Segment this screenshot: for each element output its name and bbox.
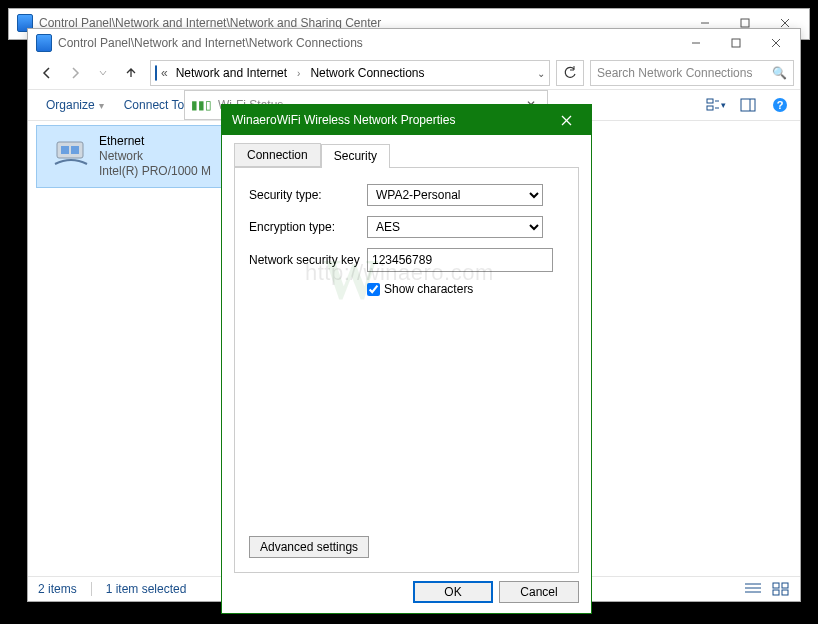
back-button[interactable]	[34, 60, 60, 86]
cancel-button[interactable]: Cancel	[499, 581, 579, 603]
titlebar[interactable]: Control Panel\Network and Internet\Netwo…	[28, 29, 800, 57]
tab-panel-security: Security type: WPA2-Personal Encryption …	[234, 168, 579, 573]
ethernet-adapter-icon	[53, 134, 89, 170]
large-icons-view-icon[interactable]	[772, 582, 790, 596]
chevron-right-icon: ›	[295, 68, 302, 79]
close-button[interactable]	[551, 105, 581, 135]
svg-rect-24	[773, 590, 779, 595]
wifi-signal-icon: ▮▮▯	[191, 98, 212, 112]
dialog-title: WinaeroWiFi Wireless Network Properties	[232, 113, 455, 127]
network-key-input[interactable]	[367, 248, 553, 272]
minimize-button[interactable]	[676, 29, 716, 57]
svg-rect-23	[782, 583, 788, 588]
svg-rect-9	[707, 106, 713, 110]
encryption-type-select[interactable]: AES	[367, 216, 543, 238]
svg-rect-18	[71, 146, 79, 154]
security-type-label: Security type:	[249, 188, 367, 202]
breadcrumb-item[interactable]: Network and Internet	[172, 66, 291, 80]
svg-rect-12	[741, 99, 755, 111]
window-title: Control Panel\Network and Internet\Netwo…	[58, 36, 363, 50]
breadcrumb-item[interactable]: Network Connections	[306, 66, 428, 80]
show-characters-label: Show characters	[384, 282, 473, 296]
dialog-titlebar[interactable]: WinaeroWiFi Wireless Network Properties	[222, 105, 591, 135]
up-button[interactable]	[118, 60, 144, 86]
tab-security[interactable]: Security	[321, 144, 390, 168]
search-placeholder: Search Network Connections	[597, 66, 771, 80]
search-icon: 🔍	[771, 66, 787, 80]
help-button[interactable]: ?	[770, 95, 790, 115]
location-icon	[155, 66, 157, 80]
control-panel-icon	[36, 35, 52, 51]
advanced-settings-button[interactable]: Advanced settings	[249, 536, 369, 558]
maximize-button[interactable]	[716, 29, 756, 57]
status-count: 2 items	[38, 582, 77, 596]
wireless-properties-dialog: WinaeroWiFi Wireless Network Properties …	[221, 104, 592, 614]
svg-rect-22	[773, 583, 779, 588]
tab-strip: Connection Security	[234, 143, 579, 168]
organize-menu[interactable]: Organize▾	[38, 94, 112, 116]
security-type-select[interactable]: WPA2-Personal	[367, 184, 543, 206]
refresh-button[interactable]	[556, 60, 584, 86]
encryption-type-label: Encryption type:	[249, 220, 367, 234]
breadcrumb-prefix: «	[161, 66, 168, 80]
search-input[interactable]: Search Network Connections 🔍	[590, 60, 794, 86]
preview-pane-button[interactable]	[738, 95, 758, 115]
svg-rect-17	[61, 146, 69, 154]
svg-text:?: ?	[777, 99, 784, 111]
svg-rect-25	[782, 590, 788, 595]
svg-rect-16	[57, 142, 83, 158]
item-status: Network	[99, 149, 211, 164]
view-options-button[interactable]: ▾	[706, 95, 726, 115]
forward-button[interactable]	[62, 60, 88, 86]
network-key-label: Network security key	[249, 253, 367, 267]
item-adapter: Intel(R) PRO/1000 M	[99, 164, 211, 179]
nav-bar: « Network and Internet › Network Connect…	[28, 57, 800, 90]
show-characters-checkbox[interactable]	[367, 283, 380, 296]
ok-button[interactable]: OK	[413, 581, 493, 603]
details-view-icon[interactable]	[744, 582, 762, 596]
svg-rect-8	[707, 99, 713, 103]
recent-dropdown[interactable]	[90, 60, 116, 86]
svg-rect-5	[732, 39, 740, 47]
status-selected: 1 item selected	[106, 582, 187, 596]
connect-to-button[interactable]: Connect To	[116, 94, 193, 116]
close-button[interactable]	[756, 29, 796, 57]
tab-connection[interactable]: Connection	[234, 143, 321, 167]
item-name: Ethernet	[99, 134, 211, 149]
svg-rect-1	[741, 19, 749, 27]
address-dropdown[interactable]: ⌄	[537, 68, 545, 79]
address-bar[interactable]: « Network and Internet › Network Connect…	[150, 60, 550, 86]
